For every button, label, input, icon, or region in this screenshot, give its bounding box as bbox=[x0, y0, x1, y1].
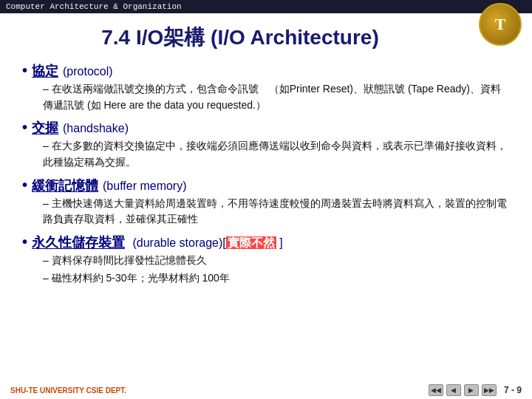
footer-page-number: 7 - 9 bbox=[504, 385, 522, 395]
bullet-1-dot: • bbox=[22, 63, 27, 78]
bullet-3-cn: 緩衝記憶體 bbox=[32, 177, 98, 194]
highlight-text: 實際不然 bbox=[226, 236, 276, 249]
footer-dept: SHU-TE UNIVERSITY CSIE DEPT. bbox=[10, 386, 126, 395]
bullet-1: • 協定 (protocol) – 在收送兩端做訊號交換的方式，包含命令訊號 （… bbox=[22, 62, 510, 113]
bullet-1-cn: 協定 bbox=[32, 62, 58, 80]
bullet-1-en: (protocol) bbox=[63, 65, 113, 78]
bullet-3-en: (buffer memory) bbox=[103, 180, 187, 193]
bullet-1-sub: – 在收送兩端做訊號交換的方式，包含命令訊號 （如Printer Reset)、… bbox=[43, 81, 510, 113]
header-title: Computer Architecture & Organization bbox=[6, 2, 182, 11]
bullet-1-header: • 協定 (protocol) bbox=[22, 62, 510, 80]
bullet-4-sub-1: – 資料保存時間比揮發性記憶體長久 bbox=[43, 253, 510, 269]
bullet-4-cn: 永久性儲存裝置 bbox=[32, 233, 125, 251]
footer-navigation: ◀◀ ◀ ▶ ▶▶ 7 - 9 bbox=[429, 384, 522, 396]
bullet-2-cn: 交握 bbox=[32, 119, 58, 137]
bullet-2-dot: • bbox=[22, 120, 27, 134]
header-bar: Computer Architecture & Organization bbox=[0, 0, 532, 13]
bullet-3: • 緩衝記憶體 (buffer memory) – 主機快速傳送大量資料給周邊裝… bbox=[22, 177, 510, 228]
bullet-2: • 交握 (handshake) – 在大多數的資料交換協定中，接收端必須回應傳… bbox=[22, 119, 510, 170]
footer: SHU-TE UNIVERSITY CSIE DEPT. ◀◀ ◀ ▶ ▶▶ 7… bbox=[0, 384, 532, 396]
main-title: 7.4 I/O架構 (I/O Architecture) bbox=[0, 24, 532, 52]
bullet-4: • 永久性儲存裝置 (durable storage)[實際不然 ] – 資料保… bbox=[22, 233, 510, 286]
content: • 協定 (protocol) – 在收送兩端做訊號交換的方式，包含命令訊號 （… bbox=[0, 59, 532, 296]
bullet-4-en: (durable storage)[實際不然 ] bbox=[129, 236, 283, 251]
logo: T bbox=[479, 3, 523, 47]
nav-last-button[interactable]: ▶▶ bbox=[482, 384, 497, 396]
bullet-3-sub: – 主機快速傳送大量資料給周邊裝置時，不用等待速度較慢的周邊裝置去時將資料寫入，… bbox=[43, 196, 510, 228]
bullet-4-dot: • bbox=[22, 234, 27, 249]
logo-letter: T bbox=[495, 15, 506, 34]
bullet-2-en: (handshake) bbox=[63, 122, 129, 135]
nav-next-button[interactable]: ▶ bbox=[464, 384, 479, 396]
bullet-3-header: • 緩衝記憶體 (buffer memory) bbox=[22, 177, 510, 194]
bullet-3-dot: • bbox=[22, 177, 27, 192]
bullet-2-sub: – 在大多數的資料交換協定中，接收端必須回應傳送端以收到命令與資料，或表示已準備… bbox=[43, 138, 510, 170]
logo-circle: T bbox=[479, 3, 522, 46]
bullet-2-header: • 交握 (handshake) bbox=[22, 119, 510, 137]
nav-first-button[interactable]: ◀◀ bbox=[429, 384, 443, 396]
bullet-4-header: • 永久性儲存裝置 (durable storage)[實際不然 ] bbox=[22, 233, 510, 251]
bullet-4-sub-2: – 磁性材料約 5-30年；光學材料約 100年 bbox=[43, 270, 510, 287]
nav-prev-button[interactable]: ◀ bbox=[446, 384, 461, 396]
